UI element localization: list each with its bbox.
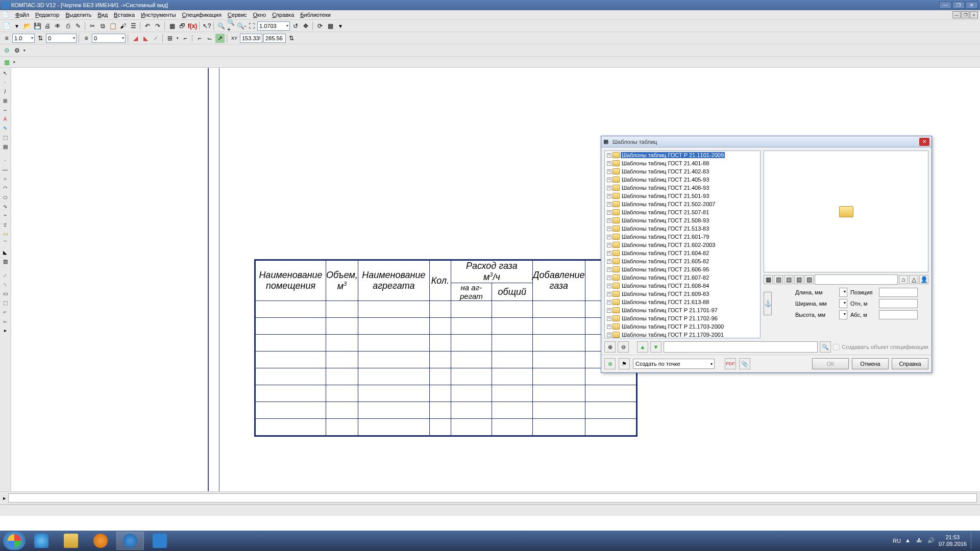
start-button[interactable] (3, 532, 26, 550)
tray-volume-icon[interactable]: 🔊 (927, 537, 935, 544)
tool-polyline[interactable]: Ⲷ (1, 220, 10, 229)
mdi-close-button[interactable]: × (970, 11, 978, 18)
tree-item[interactable]: +Шаблоны таблиц ГОСТ Р 21.1701-97 (605, 306, 760, 314)
menu-редактор[interactable]: Редактор (32, 11, 62, 19)
new-dropdown-button[interactable]: ▾ (12, 21, 21, 31)
tree-item[interactable]: +Шаблоны таблиц ГОСТ 21.604-82 (605, 249, 760, 257)
zoom-out-button[interactable]: 🔍- (237, 21, 246, 31)
style-button[interactable]: ≡ (82, 34, 91, 43)
zoom-in-button[interactable]: 🔍+ (227, 21, 236, 31)
tool-grid[interactable]: ⊞ (1, 96, 10, 105)
tool-fillet[interactable]: ⌒ (1, 239, 10, 247)
mdi-restore-button[interactable]: ❐ (961, 11, 969, 18)
width-input[interactable] (839, 299, 847, 308)
tray-clock[interactable]: 21:53 07.09.2016 (939, 534, 967, 547)
tree-item[interactable]: +Шаблоны таблиц ГОСТ Р 21.1703-2000 (605, 322, 760, 331)
tree-item[interactable]: +Шаблоны таблиц ГОСТ Р 21.1709-2001 (605, 331, 760, 338)
tool-aux2[interactable]: ⟍ (1, 280, 10, 289)
tool-bezier[interactable]: ~ (1, 211, 10, 220)
expand-icon[interactable]: + (607, 235, 611, 239)
tree-item[interactable]: +Шаблоны таблиц ГОСТ 21.507-81 (605, 208, 760, 216)
tree-item[interactable]: +Шаблоны таблиц ГОСТ 21.402-83 (605, 167, 760, 176)
expand-icon[interactable]: + (607, 218, 611, 223)
preview-btn6[interactable]: ⌂ (899, 275, 908, 284)
menu-окно[interactable]: Окно (250, 11, 270, 19)
footer-clip-button[interactable]: 📎 (739, 358, 750, 369)
print-button[interactable] (43, 21, 52, 31)
tool-arc[interactable]: ◠ (1, 184, 10, 192)
close-button[interactable]: ✕ (966, 2, 978, 9)
layer2-dropdown[interactable]: 0 (92, 34, 126, 43)
edge2-button[interactable]: ◣ (141, 34, 150, 43)
expand-icon[interactable]: + (607, 259, 611, 264)
layer-dropdown[interactable]: 0 (46, 34, 77, 43)
abs-input[interactable] (879, 310, 918, 319)
grid-dropdown-button[interactable]: ▾ (176, 34, 180, 43)
tree-item[interactable]: +Шаблоны таблиц ГОСТ 21.613-88 (605, 298, 760, 306)
line-style-button[interactable]: ≡ (2, 34, 11, 43)
preview-button[interactable]: 👁 (53, 21, 62, 31)
tool-aux-line[interactable]: — (1, 165, 10, 174)
maximize-button[interactable]: ❐ (952, 2, 965, 9)
table-dropdown-button[interactable]: ▾ (12, 58, 16, 67)
mid-btn2[interactable]: ⊖ (618, 341, 629, 353)
coord-x-input[interactable] (240, 34, 262, 43)
tool-rect[interactable]: ▭ (1, 230, 10, 238)
format-painter-button[interactable]: 🖌 (118, 21, 128, 31)
line-width-dropdown[interactable]: 1.0 (12, 34, 35, 43)
tool-chamfer[interactable]: ◣ (1, 248, 10, 257)
drawing-canvas[interactable]: Наименование помещения Объем,м3 Наименов… (11, 68, 980, 491)
tree-item[interactable]: +Шаблоны таблиц ГОСТ 21.607-82 (605, 273, 760, 282)
menu-спецификация[interactable]: Спецификация (179, 11, 225, 19)
tree-item[interactable]: +Шаблоны таблиц ГОСТ 21.405-93 (605, 176, 760, 184)
tree-item[interactable]: +Шаблоны таблиц ГОСТ 21.608-84 (605, 282, 760, 290)
expand-icon[interactable]: + (607, 316, 611, 321)
save-button[interactable] (33, 21, 42, 31)
mid-up-button[interactable]: ▲ (637, 341, 648, 353)
expand-icon[interactable]: + (607, 153, 611, 158)
ok-button[interactable]: ОК (812, 358, 849, 369)
preview-btn8[interactable]: 👤 (919, 275, 928, 284)
coord-stepper-button[interactable]: ⇅ (287, 34, 296, 43)
tool-select[interactable]: ↖ (1, 69, 10, 78)
tree-item[interactable]: +Шаблоны таблиц ГОСТ 21.605-82 (605, 257, 760, 265)
expand-icon[interactable]: + (607, 308, 611, 313)
tool-more[interactable]: ▸ (1, 326, 10, 335)
expand-icon[interactable]: + (607, 178, 611, 182)
preview-btn3[interactable]: ▤ (784, 275, 793, 284)
expand-icon[interactable]: + (607, 210, 611, 215)
tree-item[interactable]: +Шаблоны таблиц ГОСТ 21.408-93 (605, 184, 760, 192)
length-input[interactable] (839, 288, 847, 297)
edge-button[interactable]: ◢ (131, 34, 140, 43)
footer-pdf-button[interactable]: PDF (725, 358, 736, 369)
tree-item[interactable]: +Шаблоны таблиц ГОСТ 21.501-93 (605, 192, 760, 200)
manager-button[interactable]: ▦ (167, 21, 177, 31)
menu-инструменты[interactable]: Инструменты (138, 11, 179, 19)
tool-rect2[interactable]: ▭ (1, 289, 10, 298)
expand-icon[interactable]: + (607, 161, 611, 166)
menu-сервис[interactable]: Сервис (225, 11, 250, 19)
cut-button[interactable] (88, 21, 97, 31)
undo-button[interactable] (143, 21, 152, 31)
coord-y-input[interactable] (263, 34, 286, 43)
zoom-window-button[interactable] (216, 21, 226, 31)
mid-search-button[interactable]: 🔍 (820, 341, 831, 353)
mid-search-input[interactable] (664, 341, 818, 353)
tree-item[interactable]: +Шаблоны таблиц ГОСТ 21.401-88 (605, 159, 760, 167)
taskbar-explorer[interactable] (57, 532, 85, 550)
ortho-button[interactable]: ⌐ (181, 34, 190, 43)
expand-icon[interactable]: + (607, 194, 611, 198)
table-button[interactable]: ▦ (2, 58, 11, 67)
preview-btn7[interactable]: △ (909, 275, 918, 284)
zoom-fit-button[interactable]: ⛶ (247, 21, 256, 31)
taskbar-media[interactable] (87, 532, 114, 550)
tree-item[interactable]: +Шаблоны таблиц ГОСТ 21.502-2007 (605, 200, 760, 208)
copy-button[interactable] (98, 21, 107, 31)
tray-flag-icon[interactable]: ▲ (905, 537, 912, 544)
footer-flag-button[interactable]: ⚑ (619, 358, 630, 369)
minimize-button[interactable]: — (939, 2, 951, 9)
coords-button[interactable]: ↗ (215, 34, 225, 43)
grid-button[interactable]: ⊞ (165, 34, 175, 43)
expand-icon[interactable]: + (607, 333, 611, 337)
anchor-button[interactable]: ⚓ (764, 292, 772, 315)
